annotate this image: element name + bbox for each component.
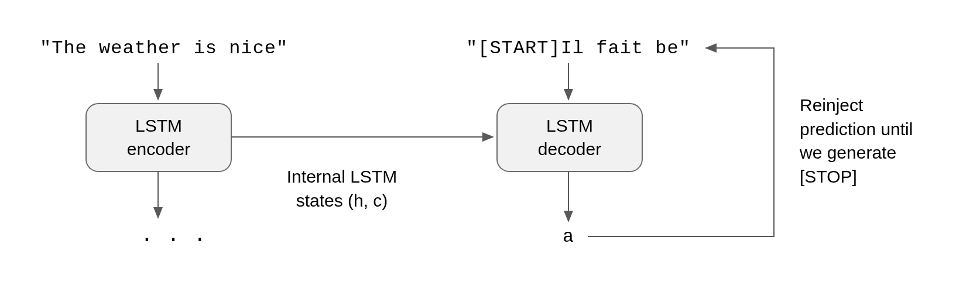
encoder-output-dots: . . . — [141, 224, 207, 248]
decoder-input-text: "[START]Il fait be" — [466, 37, 691, 59]
internal-states-label: Internal LSTMstates (h, c) — [266, 165, 418, 212]
encoder-node-label: LSTMencoder — [127, 114, 190, 162]
reinject-label: Reinjectprediction untilwe generate[STOP… — [800, 94, 964, 188]
decoder-node: LSTMdecoder — [496, 103, 643, 172]
decoder-output-text: a — [563, 226, 574, 248]
decoder-node-label: LSTMdecoder — [538, 114, 601, 162]
encoder-input-text: "The weather is nice" — [40, 37, 288, 59]
diagram-canvas: "The weather is nice" "[START]Il fait be… — [0, 0, 980, 302]
encoder-node: LSTMencoder — [85, 103, 232, 172]
